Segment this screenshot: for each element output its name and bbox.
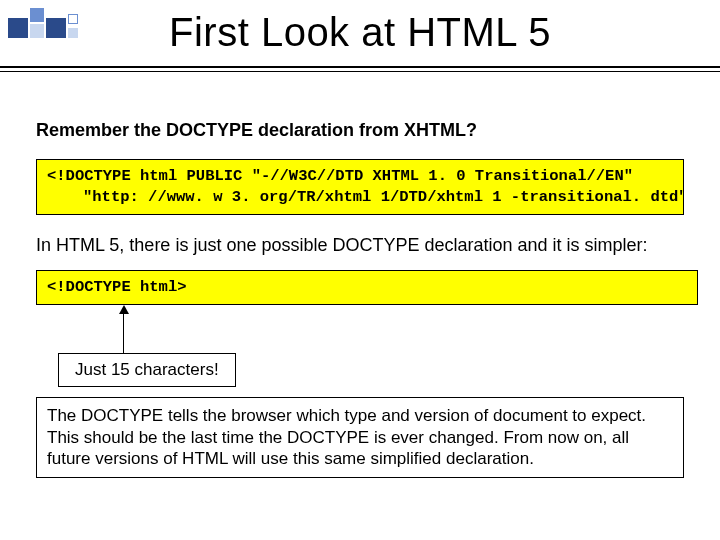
- annotation-wrap: Just 15 characters!: [36, 305, 684, 397]
- annotation-box: Just 15 characters!: [58, 353, 236, 387]
- content-area: Remember the DOCTYPE declaration from XH…: [36, 120, 684, 478]
- slide-title: First Look at HTML 5: [169, 10, 551, 55]
- code-line-3: <!DOCTYPE html>: [47, 278, 187, 296]
- code-line-1: <!DOCTYPE html PUBLIC "-//W3C//DTD XHTML…: [47, 167, 633, 185]
- divider-thick: [0, 66, 720, 68]
- html5-doctype-codebox: <!DOCTYPE html>: [36, 270, 698, 305]
- title-wrap: First Look at HTML 5: [0, 4, 720, 55]
- slide: First Look at HTML 5 Remember the DOCTYP…: [0, 0, 720, 540]
- arrow-line: [123, 309, 124, 353]
- explanation-box: The DOCTYPE tells the browser which type…: [36, 397, 684, 478]
- xhtml-doctype-codebox: <!DOCTYPE html PUBLIC "-//W3C//DTD XHTML…: [36, 159, 684, 215]
- code-line-2: "http: //www. w 3. org/TR/xhtml 1/DTD/xh…: [47, 187, 673, 208]
- intro-text-2: In HTML 5, there is just one possible DO…: [36, 235, 684, 256]
- intro-text-1: Remember the DOCTYPE declaration from XH…: [36, 120, 684, 141]
- divider-thin: [0, 71, 720, 72]
